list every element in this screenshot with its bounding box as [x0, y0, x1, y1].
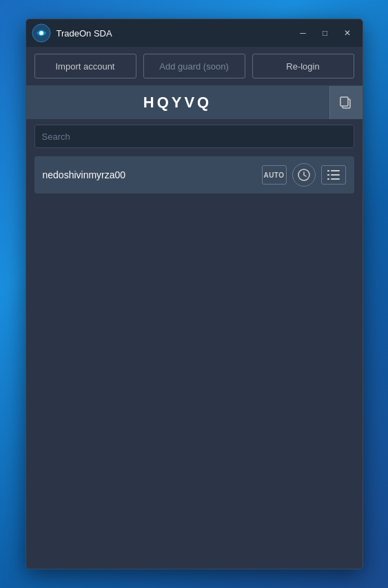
svg-rect-6 — [331, 174, 340, 176]
app-logo — [32, 23, 51, 43]
import-account-button[interactable]: Import account — [34, 54, 136, 78]
copy-code-button[interactable] — [329, 86, 363, 119]
account-name: nedoshivinmyrza00 — [43, 169, 262, 180]
account-icon-button[interactable] — [292, 163, 316, 187]
svg-rect-8 — [327, 170, 329, 171]
svg-rect-9 — [327, 174, 329, 176]
account-list: nedoshivinmyrza00 AUTO — [26, 154, 363, 569]
search-input[interactable] — [34, 125, 354, 148]
account-row[interactable]: nedoshivinmyrza00 AUTO — [34, 156, 354, 193]
svg-rect-5 — [331, 170, 340, 171]
app-title: TradeOn SDA — [57, 28, 294, 39]
auth-code: HQYVQ — [26, 86, 329, 119]
relogin-button[interactable]: Re-login — [252, 54, 354, 78]
maximize-button[interactable]: □ — [316, 25, 335, 41]
title-bar: TradeOn SDA ─ □ ✕ — [26, 19, 363, 47]
copy-icon — [339, 96, 353, 109]
add-guard-button: Add guard (soon) — [143, 54, 245, 78]
account-actions: AUTO — [262, 163, 346, 187]
svg-rect-7 — [331, 178, 340, 180]
search-bar — [26, 119, 363, 154]
svg-rect-3 — [340, 97, 348, 106]
window-controls: ─ □ ✕ — [294, 25, 357, 41]
toolbar: Import account Add guard (soon) Re-login — [26, 47, 363, 86]
app-window: TradeOn SDA ─ □ ✕ Import account Add gua… — [25, 19, 363, 569]
svg-rect-10 — [327, 178, 329, 180]
code-bar: HQYVQ — [26, 86, 363, 119]
account-list-button[interactable] — [321, 165, 346, 185]
auto-button[interactable]: AUTO — [262, 165, 287, 185]
clock-icon — [298, 169, 310, 181]
list-icon — [327, 170, 340, 180]
close-button[interactable]: ✕ — [338, 25, 357, 41]
svg-point-1 — [39, 31, 43, 35]
minimize-button[interactable]: ─ — [294, 25, 313, 41]
